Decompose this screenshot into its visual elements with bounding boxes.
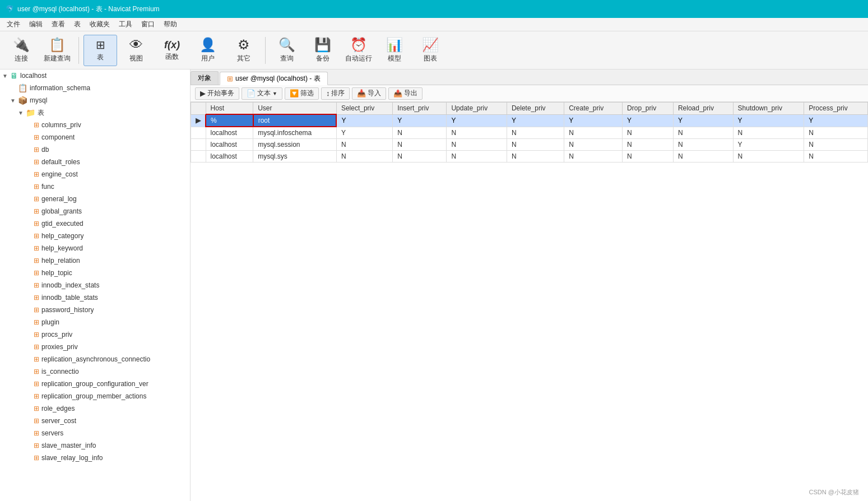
sidebar-item-is_connectio[interactable]: ⊞ is_connectio xyxy=(0,365,190,378)
sidebar-item-slave_relay_log_info[interactable]: ⊞ slave_relay_log_info xyxy=(0,452,190,464)
cell-process_priv[interactable]: N xyxy=(804,139,868,151)
cell-select_priv[interactable]: Y xyxy=(336,114,392,127)
cell-delete_priv[interactable]: N xyxy=(507,151,564,163)
cell-reload_priv[interactable]: N xyxy=(673,127,733,139)
cell-reload_priv[interactable]: N xyxy=(673,139,733,151)
sidebar-item-engine_cost[interactable]: ⊞ engine_cost xyxy=(0,168,190,180)
cell-process_priv[interactable]: N xyxy=(804,127,868,139)
cell-select_priv[interactable]: Y xyxy=(336,127,392,139)
menu-table[interactable]: 表 xyxy=(69,18,85,30)
sidebar-item-default_roles[interactable]: ⊞ default_roles xyxy=(0,156,190,168)
sidebar-item-replication_asynchronous_connectio[interactable]: ⊞ replication_asynchronous_connectio xyxy=(0,353,190,365)
sidebar-item-func[interactable]: ⊞ func xyxy=(0,180,190,193)
cell-update_priv[interactable]: Y xyxy=(447,114,507,127)
cell-create_priv[interactable]: N xyxy=(564,139,623,151)
cell-insert_priv[interactable]: N xyxy=(393,139,447,151)
cell-reload_priv[interactable]: N xyxy=(673,151,733,163)
cell-drop_priv[interactable]: Y xyxy=(623,114,674,127)
cell-insert_priv[interactable]: N xyxy=(393,127,447,139)
toolbar-view[interactable]: 👁 视图 xyxy=(119,35,153,66)
sidebar[interactable]: ▼ 🖥 localhost 📋 information_schema ▼ 📦 m… xyxy=(0,69,191,501)
col-insert-priv[interactable]: Insert_priv xyxy=(393,103,447,115)
cell-insert_priv[interactable]: Y xyxy=(393,114,447,127)
cell-host[interactable]: % xyxy=(206,114,253,127)
sidebar-item-mysql[interactable]: ▼ 📦 mysql xyxy=(0,94,190,106)
toolbar-new-query[interactable]: 📋 新建查询 xyxy=(40,35,74,66)
toolbar-connect[interactable]: 🔌 连接 xyxy=(4,35,38,66)
table-row[interactable]: ▶%rootYYYYYYYYY xyxy=(191,114,868,127)
cell-delete_priv[interactable]: N xyxy=(507,139,564,151)
cell-shutdown_priv[interactable]: N xyxy=(733,127,804,139)
tab-objects[interactable]: 对象 xyxy=(191,71,219,85)
cell-create_priv[interactable]: N xyxy=(564,127,623,139)
cell-process_priv[interactable]: Y xyxy=(804,114,868,127)
col-user[interactable]: User xyxy=(253,103,337,115)
cell-update_priv[interactable]: N xyxy=(447,139,507,151)
sidebar-item-password_history[interactable]: ⊞ password_history xyxy=(0,304,190,316)
cell-insert_priv[interactable]: N xyxy=(393,151,447,163)
cell-create_priv[interactable]: N xyxy=(564,151,623,163)
menu-window[interactable]: 窗口 xyxy=(137,18,159,30)
cell-host[interactable]: localhost xyxy=(206,139,253,151)
sidebar-item-innodb_table_stats[interactable]: ⊞ innodb_table_stats xyxy=(0,291,190,304)
col-update-priv[interactable]: Update_priv xyxy=(447,103,507,115)
begin-transaction-button[interactable]: ▶ 开始事务 xyxy=(195,87,239,100)
sidebar-item-plugin[interactable]: ⊞ plugin xyxy=(0,316,190,328)
cell-delete_priv[interactable]: Y xyxy=(507,114,564,127)
table-row[interactable]: localhostmysql.sessionNNNNNNNYN xyxy=(191,139,868,151)
sidebar-item-general_log[interactable]: ⊞ general_log xyxy=(0,193,190,205)
menu-view[interactable]: 查看 xyxy=(47,18,69,30)
col-host[interactable]: Host xyxy=(206,103,253,115)
sidebar-item-help_category[interactable]: ⊞ help_category xyxy=(0,230,190,242)
toolbar-user[interactable]: 👤 用户 xyxy=(191,35,225,66)
cell-select_priv[interactable]: N xyxy=(336,139,392,151)
cell-user[interactable]: mysql.sys xyxy=(253,151,337,163)
cell-host[interactable]: localhost xyxy=(206,127,253,139)
table-container[interactable]: Host User Select_priv Insert_priv Update… xyxy=(191,102,868,501)
tab-user-table[interactable]: ⊞ user @mysql (localhost) - 表 xyxy=(220,72,328,85)
toolbar-backup[interactable]: 💾 备份 xyxy=(306,35,340,66)
text-button[interactable]: 📄 文本 ▼ xyxy=(242,87,282,100)
toolbar-model[interactable]: 📊 模型 xyxy=(378,35,411,66)
cell-drop_priv[interactable]: N xyxy=(623,127,674,139)
sidebar-item-information_schema[interactable]: 📋 information_schema xyxy=(0,82,190,94)
cell-user[interactable]: mysql.infoschema xyxy=(253,127,337,139)
menu-favorites[interactable]: 收藏夹 xyxy=(85,18,114,30)
sidebar-item-help_topic[interactable]: ⊞ help_topic xyxy=(0,267,190,279)
sidebar-item-global_grants[interactable]: ⊞ global_grants xyxy=(0,205,190,217)
col-process-priv[interactable]: Process_priv xyxy=(804,103,868,115)
cell-user[interactable]: root xyxy=(253,114,337,127)
col-shutdown-priv[interactable]: Shutdown_priv xyxy=(733,103,804,115)
cell-update_priv[interactable]: N xyxy=(447,151,507,163)
toolbar-chart[interactable]: 📈 图表 xyxy=(414,35,447,66)
cell-shutdown_priv[interactable]: Y xyxy=(733,114,804,127)
cell-shutdown_priv[interactable]: Y xyxy=(733,139,804,151)
menu-help[interactable]: 帮助 xyxy=(159,18,182,30)
sidebar-item-servers[interactable]: ⊞ servers xyxy=(0,427,190,439)
cell-delete_priv[interactable]: N xyxy=(507,127,564,139)
cell-user[interactable]: mysql.session xyxy=(253,139,337,151)
menu-tools[interactable]: 工具 xyxy=(114,18,137,30)
sidebar-item-replication_group_configuration_ver[interactable]: ⊞ replication_group_configuration_ver xyxy=(0,378,190,390)
sidebar-item-procs_priv[interactable]: ⊞ procs_priv xyxy=(0,328,190,341)
import-button[interactable]: 📥 导入 xyxy=(352,87,386,100)
col-select-priv[interactable]: Select_priv xyxy=(336,103,392,115)
sidebar-item-columns_priv[interactable]: ⊞ columns_priv xyxy=(0,119,190,131)
sort-button[interactable]: ↕ 排序 xyxy=(321,87,350,100)
sidebar-item-proxies_priv[interactable]: ⊞ proxies_priv xyxy=(0,341,190,353)
table-row[interactable]: localhostmysql.sysNNNNNNNNN xyxy=(191,151,868,163)
sidebar-item-db[interactable]: ⊞ db xyxy=(0,143,190,156)
sidebar-item-component[interactable]: ⊞ component xyxy=(0,131,190,143)
sidebar-item-tables[interactable]: ▼ 📁 表 xyxy=(0,106,190,119)
col-delete-priv[interactable]: Delete_priv xyxy=(507,103,564,115)
cell-drop_priv[interactable]: N xyxy=(623,139,674,151)
sidebar-item-gtid_executed[interactable]: ⊞ gtid_executed xyxy=(0,217,190,230)
cell-process_priv[interactable]: N xyxy=(804,151,868,163)
sidebar-item-replication_group_member_actions[interactable]: ⊞ replication_group_member_actions xyxy=(0,390,190,402)
sidebar-item-help_keyword[interactable]: ⊞ help_keyword xyxy=(0,242,190,254)
toolbar-query[interactable]: 🔍 查询 xyxy=(270,35,304,66)
export-button[interactable]: 📤 导出 xyxy=(388,87,423,100)
col-drop-priv[interactable]: Drop_priv xyxy=(623,103,674,115)
sidebar-item-innodb_index_stats[interactable]: ⊞ innodb_index_stats xyxy=(0,279,190,291)
sidebar-item-help_relation[interactable]: ⊞ help_relation xyxy=(0,254,190,267)
